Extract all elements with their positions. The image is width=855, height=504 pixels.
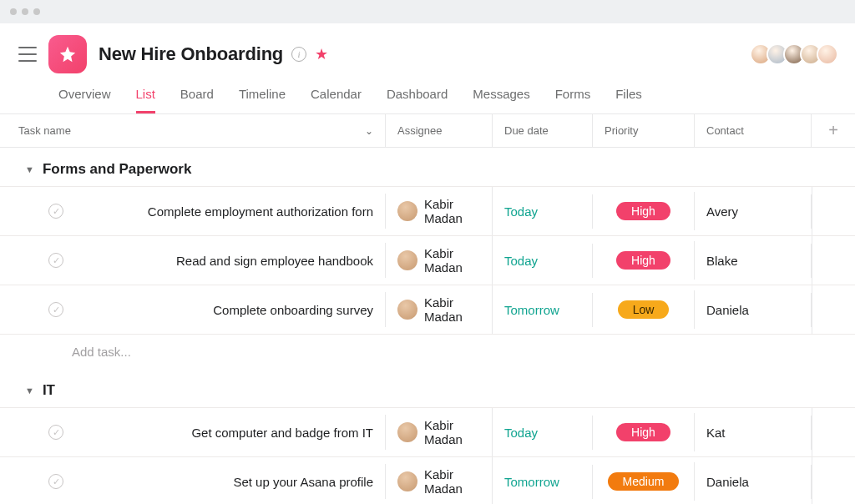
priority-pill: High (616, 251, 670, 270)
tab-board[interactable]: Board (180, 87, 214, 113)
priority-cell[interactable]: High (593, 413, 695, 451)
priority-cell[interactable]: High (593, 241, 695, 280)
avatar (397, 300, 417, 320)
priority-pill: Low (618, 300, 670, 319)
tab-timeline[interactable]: Timeline (239, 87, 286, 113)
priority-cell[interactable]: Low (593, 290, 695, 329)
contact-cell[interactable]: Daniela (695, 465, 812, 499)
assignee-cell[interactable]: Kabir Madan (397, 197, 480, 225)
due-date[interactable]: Tomorrow (493, 465, 593, 499)
info-icon[interactable]: i (291, 47, 306, 62)
tab-dashboard[interactable]: Dashboard (387, 87, 448, 113)
priority-pill: High (616, 202, 670, 220)
tab-overview[interactable]: Overview (58, 87, 111, 113)
assignee-name: Kabir Madan (424, 418, 480, 446)
task-row[interactable]: ✓Complete employment authorization fornK… (0, 186, 855, 235)
add-column-button[interactable]: + (812, 114, 855, 147)
tab-messages[interactable]: Messages (473, 87, 529, 113)
complete-task-icon[interactable]: ✓ (48, 474, 63, 489)
window-dot (10, 8, 17, 15)
project-icon (48, 35, 87, 73)
task-name[interactable]: Get computer and badge from IT (191, 426, 373, 440)
avatar (397, 201, 417, 221)
assignee-name: Kabir Madan (424, 467, 480, 496)
column-headers: Task name ⌄ Assignee Due date Priority C… (0, 114, 855, 148)
task-row[interactable]: ✓Complete onboarding surveyKabir MadanTo… (0, 285, 855, 334)
column-due-label[interactable]: Due date (493, 114, 593, 147)
priority-pill: Medium (608, 472, 680, 491)
priority-cell[interactable]: High (593, 192, 695, 230)
priority-cell[interactable]: Medium (593, 462, 695, 501)
assignee-cell[interactable]: Kabir Madan (397, 418, 480, 446)
add-task-button[interactable]: Add task... (0, 334, 855, 369)
due-date[interactable]: Today (493, 416, 593, 450)
project-title[interactable]: New Hire Onboarding (99, 43, 283, 65)
contact-cell[interactable]: Daniela (695, 293, 812, 327)
header: New Hire Onboarding i ★ (0, 23, 855, 78)
task-row[interactable]: ✓Get computer and badge from ITKabir Mad… (0, 407, 855, 456)
due-date[interactable]: Today (493, 244, 593, 278)
contact-cell[interactable]: Kat (695, 416, 812, 450)
complete-task-icon[interactable]: ✓ (48, 425, 63, 440)
empty-cell (812, 285, 855, 334)
column-assignee-label[interactable]: Assignee (386, 114, 493, 147)
due-date[interactable]: Today (493, 194, 593, 229)
assignee-cell[interactable]: Kabir Madan (397, 467, 480, 496)
avatar (397, 422, 417, 442)
tabs: OverviewListBoardTimelineCalendarDashboa… (0, 78, 855, 114)
tab-calendar[interactable]: Calendar (311, 87, 362, 113)
task-name[interactable]: Complete employment authorization forn (148, 204, 373, 219)
assignee-cell[interactable]: Kabir Madan (397, 295, 480, 324)
column-task-label: Task name (18, 124, 71, 137)
section-title: IT (43, 382, 55, 399)
complete-task-icon[interactable]: ✓ (48, 302, 63, 317)
assignee-cell[interactable]: Kabir Madan (397, 246, 480, 275)
chevron-down-icon[interactable]: ⌄ (365, 125, 373, 137)
task-name[interactable]: Set up your Asana profile (233, 475, 373, 489)
complete-task-icon[interactable]: ✓ (48, 253, 63, 268)
window-dot (33, 8, 40, 15)
column-contact-label[interactable]: Contact (695, 114, 812, 147)
task-name[interactable]: Read and sign employee handbook (176, 254, 373, 268)
chevron-down-icon[interactable]: ▼ (25, 164, 34, 174)
tab-forms[interactable]: Forms (555, 87, 591, 113)
window-dot (22, 8, 28, 15)
empty-cell (812, 236, 855, 285)
task-row[interactable]: ✓Read and sign employee handbookKabir Ma… (0, 235, 855, 285)
column-priority-label[interactable]: Priority (593, 114, 695, 147)
complete-task-icon[interactable]: ✓ (48, 204, 63, 219)
assignee-name: Kabir Madan (424, 295, 480, 324)
browser-chrome (0, 0, 855, 23)
chevron-down-icon[interactable]: ▼ (25, 386, 34, 396)
section-header[interactable]: ▼IT (0, 369, 855, 407)
section-header[interactable]: ▼Forms and Paperwork (0, 148, 855, 186)
contact-cell[interactable]: Avery (695, 194, 812, 229)
star-icon[interactable]: ★ (315, 45, 328, 63)
empty-cell (812, 457, 855, 504)
task-row[interactable]: ✓Set up your Asana profileKabir MadanTom… (0, 456, 855, 504)
assignee-name: Kabir Madan (424, 197, 480, 225)
avatar (397, 471, 417, 491)
menu-icon[interactable] (18, 47, 37, 62)
priority-pill: High (616, 423, 670, 441)
task-name[interactable]: Complete onboarding survey (213, 303, 373, 317)
member-avatars[interactable] (755, 43, 838, 65)
assignee-name: Kabir Madan (424, 246, 480, 275)
contact-cell[interactable]: Blake (695, 244, 812, 278)
member-avatar[interactable] (817, 43, 838, 65)
empty-cell (812, 408, 855, 456)
section-title: Forms and Paperwork (43, 161, 192, 178)
due-date[interactable]: Tomorrow (493, 293, 593, 327)
tab-files[interactable]: Files (615, 87, 642, 113)
avatar (397, 250, 417, 270)
tab-list[interactable]: List (136, 87, 155, 113)
empty-cell (812, 187, 855, 235)
